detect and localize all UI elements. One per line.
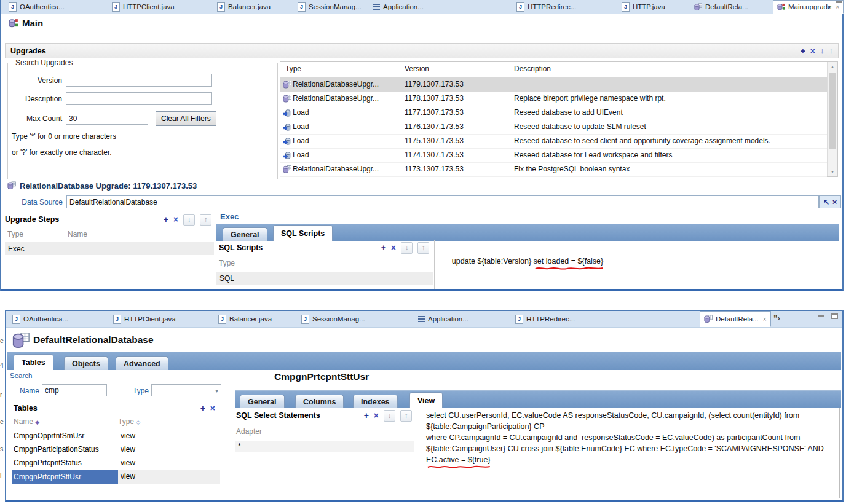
close-icon[interactable]: × xyxy=(836,4,839,10)
tab-oauthentica[interactable]: OAuthentica... xyxy=(5,0,68,14)
tab-general[interactable]: General xyxy=(240,395,285,408)
tab-defaultrela[interactable]: DefaultRela... xyxy=(690,0,752,14)
tab-httpclient[interactable]: HTTPClient.java xyxy=(108,0,178,14)
tab-balancer[interactable]: Balancer.java xyxy=(215,311,275,327)
move-down-icon[interactable]: ↓ xyxy=(401,242,413,254)
move-down-icon[interactable]: ↓ xyxy=(820,47,824,55)
table-list-row[interactable]: CmpgnPrtcpntStatus view xyxy=(12,457,220,470)
table-row[interactable]: Load 1174.1307.173.53 Reseed database fo… xyxy=(280,148,827,163)
java-file-icon xyxy=(9,2,17,12)
table-list-row[interactable]: CmpgnParticipationStatus view xyxy=(12,443,220,457)
tab-tables[interactable]: Tables xyxy=(14,354,53,370)
table-row[interactable]: Load 1176.1307.173.53 Reseed database to… xyxy=(280,120,827,135)
java-file-icon xyxy=(301,315,309,324)
close-icon[interactable]: × xyxy=(763,316,767,323)
tab-overflow-chevron[interactable]: ”› xyxy=(773,313,780,323)
move-down-icon[interactable]: ↓ xyxy=(183,214,195,226)
name-filter-input[interactable] xyxy=(42,384,107,396)
delete-icon[interactable]: × xyxy=(810,47,815,55)
sql-scripts-panel: SQL Scripts + × ↓ ↑ Type SQL xyxy=(216,240,433,289)
tab-balancer[interactable]: Balancer.java xyxy=(213,0,274,14)
name-label: Name xyxy=(20,387,39,395)
load-step-icon xyxy=(283,108,291,117)
tab-oauthentica[interactable]: OAuthentica... xyxy=(9,311,72,327)
col-type-sort[interactable]: Type ◇ xyxy=(118,417,140,426)
tab-label: Balancer.java xyxy=(229,315,272,323)
tab-sessionmanag[interactable]: SessionManag... xyxy=(298,311,369,327)
tab-main-upgrade[interactable]: Main.upgrade× xyxy=(773,0,844,14)
tab-sql-scripts[interactable]: SQL Scripts xyxy=(273,225,333,241)
cell-type: RelationalDatabaseUpgr... xyxy=(293,165,379,173)
tab-httpclient[interactable]: HTTPClient.java xyxy=(109,311,180,327)
tab-application[interactable]: Application... xyxy=(414,311,472,327)
sql-select-statements-panel: SQL Select Statements + × ↓ ↑ Adapter * xyxy=(235,408,414,500)
version-input[interactable] xyxy=(66,74,212,87)
delete-icon[interactable]: × xyxy=(173,215,178,224)
maximize-button[interactable] xyxy=(831,313,838,319)
upgrade-step-row[interactable]: Exec xyxy=(5,242,214,255)
max-count-input[interactable] xyxy=(66,112,148,125)
add-icon[interactable]: + xyxy=(381,243,386,252)
cell-adapter: * xyxy=(238,442,241,451)
move-up-icon[interactable]: ↑ xyxy=(829,47,834,55)
sql-text-line: select CU.userPersonId, EC.valueCode AS … xyxy=(426,410,836,421)
tab-view[interactable]: View xyxy=(409,392,443,408)
description-input[interactable] xyxy=(66,92,212,105)
tab-general[interactable]: General xyxy=(223,227,267,241)
col-type: Type xyxy=(219,259,235,267)
tab-httpredirec[interactable]: HTTPRedirec... xyxy=(512,311,579,327)
table-row[interactable]: Load 1177.1307.173.53 Reseed database to… xyxy=(280,106,827,120)
tab-httpredirec[interactable]: HTTPRedirec... xyxy=(513,0,580,14)
application-icon xyxy=(373,4,380,10)
tab-objects[interactable]: Objects xyxy=(64,356,108,370)
tab-http[interactable]: HTTP.java xyxy=(618,0,669,14)
relational-database-upgrade-icon xyxy=(7,181,16,191)
add-icon[interactable]: + xyxy=(200,404,205,412)
sql-text-line: where CP.campaignId = CU.campaignId and … xyxy=(426,432,836,443)
add-icon[interactable]: + xyxy=(164,215,168,224)
sql-view-editor[interactable]: select CU.userPersonId, EC.valueCode AS … xyxy=(422,408,840,498)
add-icon[interactable]: + xyxy=(801,47,805,55)
tab-application[interactable]: Application... xyxy=(370,0,427,14)
scroll-up-icon[interactable]: ▲ xyxy=(828,62,837,71)
table-list-row-selected[interactable]: CmpgnPrtcpntSttUsr view xyxy=(12,470,220,484)
delete-icon[interactable]: × xyxy=(374,411,379,420)
minimize-button[interactable] xyxy=(818,315,824,317)
clear-reference-icon[interactable]: × xyxy=(832,197,837,207)
cell-type: RelationalDatabaseUpgr... xyxy=(293,80,379,89)
move-up-icon[interactable]: ↑ xyxy=(417,242,429,254)
scrollbar-thumb[interactable] xyxy=(829,73,836,149)
select-reference-icon[interactable]: ↖ xyxy=(823,198,829,207)
table-row[interactable]: Load 1175.1307.173.53 Reseed database to… xyxy=(280,134,827,149)
move-down-icon[interactable]: ↓ xyxy=(384,410,395,422)
delete-icon[interactable]: × xyxy=(391,243,396,252)
sql-script-editor[interactable]: update ${table:Version} set loaded = ${f… xyxy=(439,245,603,278)
minimize-button[interactable] xyxy=(836,1,842,3)
move-up-icon[interactable]: ↑ xyxy=(400,410,412,422)
table-list-row[interactable]: CmpgnOpprtntSmUsr view xyxy=(12,430,220,443)
tab-overflow-chevron[interactable]: › xyxy=(828,2,831,11)
col-adapter: Adapter xyxy=(236,427,262,436)
tab-indexes[interactable]: Indexes xyxy=(353,395,398,408)
delete-icon[interactable]: × xyxy=(210,404,215,412)
tab-advanced[interactable]: Advanced xyxy=(116,356,168,370)
tab-defaultrela[interactable]: DefaultRela...× xyxy=(700,311,771,327)
cell-version: 1176.1307.173.53 xyxy=(405,122,464,131)
col-name-sort[interactable]: Name ◆ xyxy=(14,417,39,426)
tab-columns[interactable]: Columns xyxy=(295,395,344,408)
vertical-scrollbar[interactable]: ▲ ▼ xyxy=(827,62,837,176)
move-up-icon[interactable]: ↑ xyxy=(200,214,212,226)
sql-script-row[interactable]: SQL xyxy=(216,272,433,285)
table-row[interactable]: RelationalDatabaseUpgr... 1173.1307.173.… xyxy=(280,162,827,177)
table-row[interactable]: RelationalDatabaseUpgr... 1178.1307.173.… xyxy=(280,92,827,106)
upgrades-section-header: Upgrades + × ↓ ↑ xyxy=(5,43,839,58)
add-icon[interactable]: + xyxy=(364,411,369,420)
data-source-input[interactable] xyxy=(66,195,819,208)
statement-row[interactable]: * xyxy=(235,441,414,452)
table-row[interactable]: RelationalDatabaseUpgr... 1179.1307.173.… xyxy=(280,77,827,92)
type-filter-select[interactable]: ▾ xyxy=(151,384,221,396)
clear-all-filters-button[interactable]: Clear All Filters xyxy=(156,111,216,126)
tab-sessionmanag[interactable]: SessionManag... xyxy=(294,0,365,14)
scroll-down-icon[interactable]: ▼ xyxy=(828,167,837,176)
relational-database-upgrade-icon xyxy=(283,80,291,89)
